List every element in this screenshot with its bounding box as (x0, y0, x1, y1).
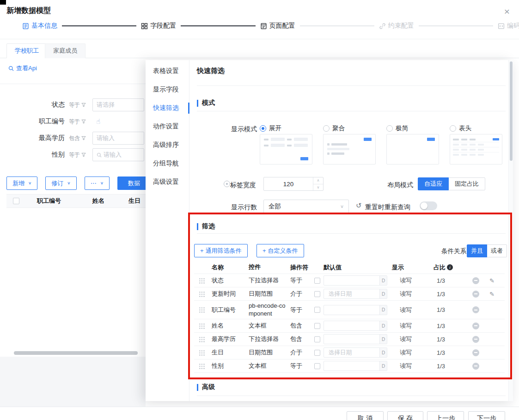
operator-checkbox[interactable] (314, 323, 320, 329)
radio-icon[interactable] (386, 125, 393, 132)
mode-preview-aggregate[interactable] (323, 134, 376, 164)
view-api-link[interactable]: 查看Api (8, 64, 37, 73)
edit-icon[interactable]: ✎ (489, 291, 495, 298)
operator-checkbox[interactable] (314, 350, 320, 356)
mode-preview-expand[interactable] (260, 134, 312, 164)
rows-select[interactable]: 全部 ∨ (263, 200, 349, 213)
revise-button[interactable]: 修订 ∨ (45, 177, 76, 190)
close-icon[interactable]: × (504, 6, 510, 16)
spinner-down-icon[interactable]: ∨ (313, 184, 323, 191)
label-width-input[interactable] (264, 177, 313, 190)
drag-handle-icon[interactable] (199, 363, 205, 369)
tab-family-members[interactable]: 家庭成员 (45, 43, 85, 58)
step-constraint-config[interactable]: 约束配置 (379, 22, 414, 30)
education-input[interactable]: 请输入 (92, 132, 144, 145)
drag-handle-icon[interactable] (199, 350, 205, 356)
default-value-input[interactable]: D (324, 334, 387, 344)
radio-icon[interactable] (323, 125, 330, 132)
link-icon (379, 23, 386, 30)
edit-icon[interactable]: ✎ (489, 277, 495, 284)
drag-handle-icon[interactable] (199, 278, 205, 284)
operator-checkbox[interactable] (314, 336, 320, 342)
gender-search-input[interactable]: 请输入 (92, 148, 144, 161)
menu-item-advanced-sort[interactable]: 高级排序 (146, 136, 189, 154)
info-icon[interactable]: i (447, 264, 453, 270)
operator-checkbox[interactable] (314, 307, 320, 313)
delete-icon[interactable] (472, 306, 479, 313)
relation-and-button[interactable]: 并且 (467, 244, 487, 257)
mode-preview-header[interactable] (450, 134, 502, 164)
delete-icon[interactable] (472, 291, 479, 298)
more-button[interactable]: ⋯ ∨ (85, 177, 110, 190)
default-value-input[interactable]: 选择日期D (324, 289, 387, 299)
operator-selector[interactable]: 包含 (65, 134, 91, 142)
default-value-input[interactable]: D (324, 275, 387, 286)
label-width-stepper[interactable]: ∧ ∨ (263, 177, 324, 191)
relation-group: 并且 或者 (467, 244, 507, 257)
operator-checkbox[interactable] (314, 278, 320, 284)
add-custom-filter-button[interactable]: + 自定义条件 (256, 244, 304, 257)
delete-icon[interactable] (472, 336, 479, 343)
layout-fixed-button[interactable]: 固定占比 (448, 177, 485, 190)
drag-handle-icon[interactable] (199, 307, 205, 313)
menu-item-group-nav[interactable]: 分组导航 (146, 154, 189, 173)
step-connector (300, 25, 374, 26)
default-value-input[interactable]: D (324, 361, 387, 371)
step-basic-info[interactable]: 基本信息 (22, 22, 57, 30)
status-select[interactable]: 请选择 (92, 98, 144, 111)
radio-icon[interactable] (450, 125, 456, 132)
scrollbar-thumb[interactable] (510, 61, 513, 161)
select-all-checkbox[interactable] (13, 198, 19, 204)
default-value-input[interactable]: D (324, 305, 387, 315)
tab-school-staff[interactable]: 学校职工 (6, 43, 47, 58)
default-value-input[interactable]: 选择日期D (324, 347, 387, 358)
operator-selector[interactable]: 等于 (65, 151, 91, 159)
filter-row-name-field: 姓名 文本框 包含 D 读写 1/3 (194, 319, 505, 333)
prev-step-button[interactable]: 上一步 (427, 411, 464, 420)
mode-option-expand[interactable]: 展开 (260, 124, 312, 133)
next-step-button[interactable]: 下一步 (468, 411, 505, 420)
heading-accent-bar (197, 384, 198, 391)
cancel-button[interactable]: 取 消 (347, 411, 384, 420)
hand-pointer-icon[interactable]: ☝ (96, 117, 100, 126)
layout-adaptive-button[interactable]: 自适应 (418, 177, 449, 190)
delete-icon[interactable] (472, 323, 479, 329)
menu-item-table-settings[interactable]: 表格设置 (146, 62, 189, 80)
operator-checkbox[interactable] (314, 291, 320, 297)
add-general-filter-button[interactable]: + 通用筛选条件 (194, 244, 248, 257)
drag-handle-icon[interactable] (199, 291, 205, 297)
step-field-config[interactable]: 字段配置 (141, 22, 176, 30)
mode-option-aggregate[interactable]: 聚合 (323, 124, 376, 133)
mode-option-minimal[interactable]: 极简 (386, 124, 439, 133)
menu-item-display-fields[interactable]: 显示字段 (146, 80, 189, 99)
operator-checkbox[interactable] (314, 363, 320, 369)
default-value-input[interactable]: D (324, 321, 387, 331)
menu-item-quick-filter[interactable]: 快速筛选 (146, 99, 189, 117)
reload-icon[interactable]: ↺ (356, 202, 362, 209)
drag-handle-icon[interactable] (199, 323, 205, 329)
placeholder: 请选择 (97, 101, 115, 109)
step-encoding-rules[interactable]: 编码规则 (498, 22, 519, 30)
mode-preview-minimal[interactable] (386, 134, 439, 164)
save-button[interactable]: 保 存 (387, 411, 423, 420)
add-button[interactable]: 新增 ∨ (6, 177, 37, 190)
horizontal-scrollbar[interactable] (14, 351, 138, 355)
mode-option-header[interactable]: 表头 (450, 124, 502, 133)
delete-icon[interactable] (472, 277, 479, 284)
menu-item-action-settings[interactable]: 动作设置 (146, 117, 189, 136)
drag-handle-icon[interactable] (199, 336, 205, 342)
menu-item-advanced-settings[interactable]: 高级设置 (146, 173, 189, 191)
screenshot-artifact (0, 0, 6, 5)
requery-toggle[interactable] (420, 201, 437, 210)
panel-title: 快速筛选 (197, 67, 225, 75)
operator-selector[interactable]: 等于 (65, 118, 91, 126)
delete-icon[interactable] (472, 363, 479, 370)
filter-funnel-icon (81, 119, 86, 124)
spinner-up-icon[interactable]: ∧ (313, 177, 323, 184)
placeholder: 选择日期 (324, 349, 379, 357)
operator-selector[interactable]: 等于 (65, 101, 91, 109)
step-page-config[interactable]: 页面配置 (260, 22, 295, 30)
radio-icon[interactable] (260, 125, 266, 132)
relation-or-button[interactable]: 或者 (487, 244, 507, 257)
delete-icon[interactable] (472, 349, 479, 356)
